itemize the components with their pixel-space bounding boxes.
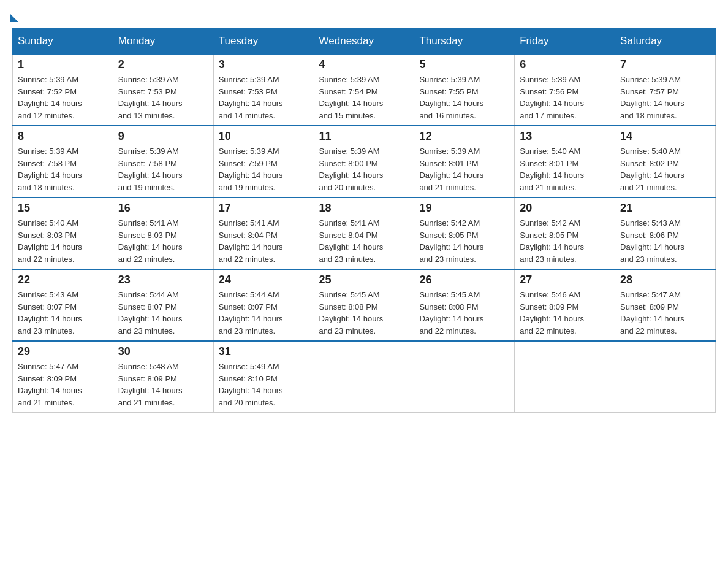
- day-info: Sunrise: 5:39 AMSunset: 7:57 PMDaylight:…: [620, 74, 710, 121]
- week-row-4: 22Sunrise: 5:43 AMSunset: 8:07 PMDayligh…: [13, 269, 716, 341]
- calendar-cell: 24Sunrise: 5:44 AMSunset: 8:07 PMDayligh…: [213, 269, 314, 341]
- calendar-cell: 23Sunrise: 5:44 AMSunset: 8:07 PMDayligh…: [113, 269, 213, 341]
- calendar-cell: 27Sunrise: 5:46 AMSunset: 8:09 PMDayligh…: [515, 269, 615, 341]
- day-info: Sunrise: 5:39 AMSunset: 7:56 PMDaylight:…: [520, 74, 610, 121]
- day-info: Sunrise: 5:46 AMSunset: 8:09 PMDaylight:…: [520, 289, 610, 337]
- day-info: Sunrise: 5:40 AMSunset: 8:03 PMDaylight:…: [18, 217, 108, 265]
- header-sunday: Sunday: [13, 29, 113, 55]
- day-info: Sunrise: 5:47 AMSunset: 8:09 PMDaylight:…: [18, 361, 108, 408]
- day-number: 22: [18, 274, 108, 286]
- day-number: 5: [419, 58, 509, 71]
- calendar-cell: 14Sunrise: 5:40 AMSunset: 8:02 PMDayligh…: [615, 126, 716, 197]
- day-number: 13: [520, 130, 610, 143]
- calendar-cell: 28Sunrise: 5:47 AMSunset: 8:09 PMDayligh…: [615, 269, 716, 341]
- day-number: 19: [419, 202, 509, 215]
- header-tuesday: Tuesday: [213, 29, 314, 55]
- calendar-cell: 25Sunrise: 5:45 AMSunset: 8:08 PMDayligh…: [314, 269, 414, 341]
- day-number: 27: [520, 274, 610, 286]
- day-info: Sunrise: 5:48 AMSunset: 8:09 PMDaylight:…: [118, 361, 208, 408]
- day-number: 17: [219, 202, 309, 215]
- day-info: Sunrise: 5:45 AMSunset: 8:08 PMDaylight:…: [319, 289, 409, 337]
- calendar-cell: 15Sunrise: 5:40 AMSunset: 8:03 PMDayligh…: [13, 197, 113, 269]
- calendar-cell: 13Sunrise: 5:40 AMSunset: 8:01 PMDayligh…: [515, 126, 615, 197]
- logo-arrow-icon: [10, 13, 18, 22]
- calendar-cell: 5Sunrise: 5:39 AMSunset: 7:55 PMDaylight…: [414, 54, 515, 126]
- day-info: Sunrise: 5:43 AMSunset: 8:06 PMDaylight:…: [620, 217, 710, 265]
- calendar-cell: [615, 341, 716, 413]
- calendar-cell: 8Sunrise: 5:39 AMSunset: 7:58 PMDaylight…: [13, 126, 113, 197]
- calendar-cell: 9Sunrise: 5:39 AMSunset: 7:58 PMDaylight…: [113, 126, 213, 197]
- day-number: 14: [620, 130, 710, 143]
- day-number: 11: [319, 130, 409, 143]
- day-number: 26: [419, 274, 509, 286]
- day-info: Sunrise: 5:42 AMSunset: 8:05 PMDaylight:…: [520, 217, 610, 265]
- calendar-cell: [314, 341, 414, 413]
- day-number: 23: [118, 274, 208, 286]
- day-number: 21: [620, 202, 710, 215]
- day-number: 25: [319, 274, 409, 286]
- calendar-cell: 2Sunrise: 5:39 AMSunset: 7:53 PMDaylight…: [113, 54, 213, 126]
- day-number: 1: [18, 58, 108, 71]
- week-row-1: 1Sunrise: 5:39 AMSunset: 7:52 PMDaylight…: [13, 54, 716, 126]
- calendar-cell: 21Sunrise: 5:43 AMSunset: 8:06 PMDayligh…: [615, 197, 716, 269]
- day-info: Sunrise: 5:43 AMSunset: 8:07 PMDaylight:…: [18, 289, 108, 337]
- day-info: Sunrise: 5:39 AMSunset: 7:59 PMDaylight:…: [219, 145, 309, 193]
- day-info: Sunrise: 5:41 AMSunset: 8:04 PMDaylight:…: [319, 217, 409, 265]
- calendar-cell: 29Sunrise: 5:47 AMSunset: 8:09 PMDayligh…: [13, 341, 113, 413]
- day-number: 6: [520, 58, 610, 71]
- calendar-cell: 30Sunrise: 5:48 AMSunset: 8:09 PMDayligh…: [113, 341, 213, 413]
- day-number: 3: [219, 58, 309, 71]
- day-number: 20: [520, 202, 610, 215]
- calendar-cell: 17Sunrise: 5:41 AMSunset: 8:04 PMDayligh…: [213, 197, 314, 269]
- day-info: Sunrise: 5:39 AMSunset: 7:53 PMDaylight:…: [219, 74, 309, 121]
- day-number: 30: [118, 345, 208, 358]
- day-info: Sunrise: 5:49 AMSunset: 8:10 PMDaylight:…: [219, 361, 309, 408]
- day-number: 4: [319, 58, 409, 71]
- day-info: Sunrise: 5:40 AMSunset: 8:01 PMDaylight:…: [520, 145, 610, 193]
- calendar-cell: 10Sunrise: 5:39 AMSunset: 7:59 PMDayligh…: [213, 126, 314, 197]
- day-number: 8: [18, 130, 108, 143]
- day-number: 16: [118, 202, 208, 215]
- day-info: Sunrise: 5:42 AMSunset: 8:05 PMDaylight:…: [419, 217, 509, 265]
- day-info: Sunrise: 5:39 AMSunset: 7:54 PMDaylight:…: [319, 74, 409, 121]
- calendar-cell: 16Sunrise: 5:41 AMSunset: 8:03 PMDayligh…: [113, 197, 213, 269]
- calendar-cell: 12Sunrise: 5:39 AMSunset: 8:01 PMDayligh…: [414, 126, 515, 197]
- day-info: Sunrise: 5:39 AMSunset: 7:52 PMDaylight:…: [18, 74, 108, 121]
- day-number: 18: [319, 202, 409, 215]
- calendar-cell: 1Sunrise: 5:39 AMSunset: 7:52 PMDaylight…: [13, 54, 113, 126]
- logo: [12, 12, 18, 22]
- day-number: 31: [219, 345, 309, 358]
- day-info: Sunrise: 5:39 AMSunset: 8:01 PMDaylight:…: [419, 145, 509, 193]
- day-info: Sunrise: 5:41 AMSunset: 8:04 PMDaylight:…: [219, 217, 309, 265]
- header-saturday: Saturday: [615, 29, 716, 55]
- day-info: Sunrise: 5:44 AMSunset: 8:07 PMDaylight:…: [118, 289, 208, 337]
- header-friday: Friday: [515, 29, 615, 55]
- calendar-cell: [414, 341, 515, 413]
- day-info: Sunrise: 5:44 AMSunset: 8:07 PMDaylight:…: [219, 289, 309, 337]
- week-row-3: 15Sunrise: 5:40 AMSunset: 8:03 PMDayligh…: [13, 197, 716, 269]
- day-info: Sunrise: 5:40 AMSunset: 8:02 PMDaylight:…: [620, 145, 710, 193]
- calendar-cell: 11Sunrise: 5:39 AMSunset: 8:00 PMDayligh…: [314, 126, 414, 197]
- day-info: Sunrise: 5:41 AMSunset: 8:03 PMDaylight:…: [118, 217, 208, 265]
- day-info: Sunrise: 5:39 AMSunset: 7:55 PMDaylight:…: [419, 74, 509, 121]
- day-number: 12: [419, 130, 509, 143]
- calendar-header-row: SundayMondayTuesdayWednesdayThursdayFrid…: [13, 29, 716, 55]
- day-number: 7: [620, 58, 710, 71]
- day-info: Sunrise: 5:39 AMSunset: 8:00 PMDaylight:…: [319, 145, 409, 193]
- day-number: 15: [18, 202, 108, 215]
- calendar-cell: 31Sunrise: 5:49 AMSunset: 8:10 PMDayligh…: [213, 341, 314, 413]
- day-info: Sunrise: 5:39 AMSunset: 7:58 PMDaylight:…: [118, 145, 208, 193]
- day-number: 10: [219, 130, 309, 143]
- calendar-cell: 3Sunrise: 5:39 AMSunset: 7:53 PMDaylight…: [213, 54, 314, 126]
- calendar-cell: 20Sunrise: 5:42 AMSunset: 8:05 PMDayligh…: [515, 197, 615, 269]
- header-wednesday: Wednesday: [314, 29, 414, 55]
- day-info: Sunrise: 5:39 AMSunset: 7:53 PMDaylight:…: [118, 74, 208, 121]
- day-info: Sunrise: 5:39 AMSunset: 7:58 PMDaylight:…: [18, 145, 108, 193]
- calendar-cell: 22Sunrise: 5:43 AMSunset: 8:07 PMDayligh…: [13, 269, 113, 341]
- calendar-cell: 6Sunrise: 5:39 AMSunset: 7:56 PMDaylight…: [515, 54, 615, 126]
- calendar-cell: 19Sunrise: 5:42 AMSunset: 8:05 PMDayligh…: [414, 197, 515, 269]
- day-info: Sunrise: 5:47 AMSunset: 8:09 PMDaylight:…: [620, 289, 710, 337]
- week-row-5: 29Sunrise: 5:47 AMSunset: 8:09 PMDayligh…: [13, 341, 716, 413]
- day-info: Sunrise: 5:45 AMSunset: 8:08 PMDaylight:…: [419, 289, 509, 337]
- calendar-cell: 7Sunrise: 5:39 AMSunset: 7:57 PMDaylight…: [615, 54, 716, 126]
